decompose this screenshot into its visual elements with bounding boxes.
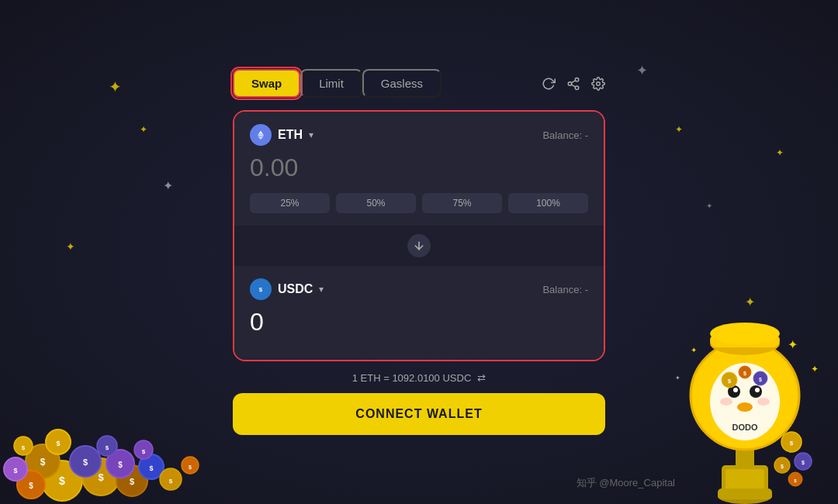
svg-text:✦: ✦ <box>811 364 819 375</box>
eth-icon <box>250 124 272 146</box>
percent-25-btn[interactable]: 25% <box>250 193 330 213</box>
percent-75-btn[interactable]: 75% <box>422 193 502 213</box>
svg-text:$: $ <box>106 444 109 451</box>
svg-text:$: $ <box>802 460 805 466</box>
svg-text:$: $ <box>259 286 263 293</box>
swap-card: Swap Limit Gasless <box>233 69 605 435</box>
svg-text:$: $ <box>790 440 794 447</box>
svg-text:$: $ <box>743 371 746 377</box>
svg-text:✦: ✦ <box>675 375 680 381</box>
svg-line-71 <box>571 80 575 82</box>
svg-text:$: $ <box>83 457 88 467</box>
from-balance: Balance: - <box>542 129 588 141</box>
to-token-header: $ USDC ▾ Balance: - <box>250 278 588 300</box>
svg-text:✦: ✦ <box>788 338 798 351</box>
svg-point-72 <box>597 81 601 85</box>
svg-text:$: $ <box>781 464 784 470</box>
to-amount-input[interactable] <box>250 308 588 337</box>
svg-text:$: $ <box>728 378 732 385</box>
svg-text:$: $ <box>189 464 192 471</box>
settings-icon[interactable] <box>591 77 605 91</box>
from-token-header: ETH ▾ Balance: - <box>250 124 588 146</box>
watermark: 知乎 @Moore_Capital <box>577 476 675 490</box>
from-amount-input[interactable] <box>250 154 588 182</box>
from-token-section: ETH ▾ Balance: - 25% 50% 75% 100% <box>234 112 604 226</box>
svg-text:$: $ <box>130 477 134 486</box>
rate-text: 1 ETH = 1092.0100 USDC <box>352 372 472 384</box>
tab-actions <box>542 77 605 91</box>
from-token-name: ETH <box>278 128 303 142</box>
svg-text:✦: ✦ <box>691 346 697 354</box>
svg-text:$: $ <box>29 482 33 490</box>
svg-point-44 <box>757 398 770 406</box>
svg-point-41 <box>755 388 760 392</box>
svg-text:$: $ <box>13 467 17 475</box>
percent-50-btn[interactable]: 50% <box>336 193 416 213</box>
svg-point-53 <box>710 323 780 344</box>
to-token-name: USDC <box>278 282 313 296</box>
from-token-selector[interactable]: ETH ▾ <box>250 124 313 146</box>
swap-divider <box>234 226 604 266</box>
svg-text:$: $ <box>118 461 123 469</box>
svg-text:$: $ <box>22 444 26 451</box>
swap-widget: ETH ▾ Balance: - 25% 50% 75% 100% <box>233 110 605 361</box>
rate-row: 1 ETH = 1092.0100 USDC ⇄ <box>233 372 605 384</box>
svg-text:$: $ <box>759 377 762 383</box>
mascot-decoration: $ $ $ DODO $ $ $ $ ✦ ✦ ✦ ✦ <box>667 287 822 504</box>
svg-text:$: $ <box>142 448 146 455</box>
svg-text:$: $ <box>149 464 153 472</box>
svg-text:DODO: DODO <box>732 423 758 432</box>
svg-text:$: $ <box>40 457 46 468</box>
share-icon[interactable] <box>566 77 580 91</box>
percent-100-btn[interactable]: 100% <box>508 193 588 213</box>
svg-line-70 <box>571 85 575 87</box>
from-token-chevron: ▾ <box>309 129 313 140</box>
to-balance: Balance: - <box>542 284 588 295</box>
svg-text:$: $ <box>98 471 104 483</box>
tab-gasless[interactable]: Gasless <box>362 69 442 98</box>
svg-text:$: $ <box>169 478 173 485</box>
connect-wallet-button[interactable]: CONNECT WALLET <box>233 393 605 435</box>
to-token-section: $ USDC ▾ Balance: - <box>234 266 604 360</box>
tab-limit[interactable]: Limit <box>300 69 362 98</box>
refresh-icon[interactable] <box>542 77 556 91</box>
svg-point-43 <box>720 398 732 406</box>
tab-bar: Swap Limit Gasless <box>233 69 605 98</box>
svg-text:$: $ <box>56 440 60 447</box>
usdc-icon: $ <box>250 278 272 300</box>
svg-point-40 <box>733 388 738 392</box>
to-token-chevron: ▾ <box>319 284 324 295</box>
coin-pile-left: $ $ $ $ $ $ $ $ $ $ $ $ $ $ $ <box>0 349 202 504</box>
svg-point-42 <box>737 402 753 412</box>
rate-swap-icon[interactable]: ⇄ <box>477 372 486 384</box>
percent-buttons: 25% 50% 75% 100% <box>250 193 588 213</box>
swap-direction-button[interactable] <box>405 232 433 260</box>
to-token-selector[interactable]: $ USDC ▾ <box>250 278 324 300</box>
tab-swap[interactable]: Swap <box>233 69 300 98</box>
svg-rect-34 <box>718 488 772 499</box>
svg-text:$: $ <box>59 475 65 487</box>
